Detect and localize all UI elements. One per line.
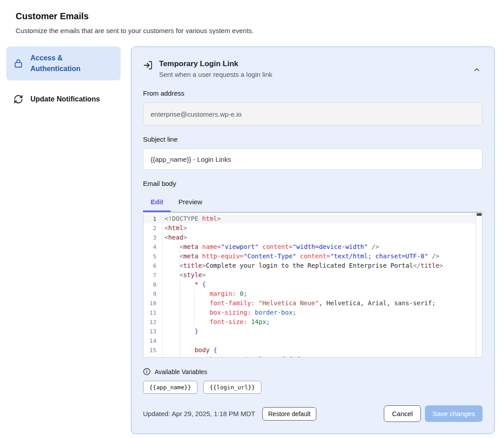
line-number: 16 xyxy=(143,355,163,358)
line-number: 4 xyxy=(143,242,163,252)
line-number: 3 xyxy=(143,233,163,242)
subject-line-input[interactable] xyxy=(143,148,483,170)
info-icon[interactable] xyxy=(143,368,151,375)
code-line: 2<html> xyxy=(143,223,482,233)
code-line-content: box-sizing: border-box; xyxy=(163,308,482,317)
code-line-content: <meta name="viewport" content="width=dev… xyxy=(163,242,482,252)
code-line-content: font-size: 14px; xyxy=(163,317,482,327)
editor-scrollbar[interactable] xyxy=(476,213,482,357)
line-number: 10 xyxy=(143,299,163,308)
page-subtitle: Customize the emails that are sent to yo… xyxy=(16,26,488,35)
email-body-label: Email body xyxy=(143,179,483,189)
chevron-up-icon xyxy=(473,68,481,75)
code-line-content: <html> xyxy=(163,223,482,233)
page-header: Customer Emails Customize the emails tha… xyxy=(16,10,488,35)
code-line: 11 box-sizing: border-box; xyxy=(143,308,482,317)
variable-chip[interactable]: {{login_url}} xyxy=(203,381,261,394)
line-number: 14 xyxy=(143,336,163,345)
from-address-input[interactable] xyxy=(143,102,483,126)
indent-guide xyxy=(194,308,195,317)
indent-guide xyxy=(194,355,195,358)
code-line-content: <meta http-equiv="Content-Type" content=… xyxy=(163,252,482,261)
code-line: 3<head> xyxy=(143,233,482,242)
save-changes-button[interactable]: Save changes xyxy=(425,405,483,422)
indent-guide xyxy=(180,336,180,345)
code-line-content xyxy=(163,336,482,345)
code-line-content: <head> xyxy=(163,233,482,242)
code-line-content: <style> xyxy=(163,270,482,280)
indent-guide xyxy=(180,252,180,261)
panel-subtitle: Sent when a user requests a login link xyxy=(159,70,465,80)
code-line: 7 <style> xyxy=(143,270,482,280)
code-line-content: <title>Complete your login to the Replic… xyxy=(163,261,482,270)
line-number: 8 xyxy=(143,280,163,289)
code-line: 5 <meta http-equiv="Content-Type" conten… xyxy=(143,252,482,261)
code-line: 6 <title>Complete your login to the Repl… xyxy=(143,261,482,270)
subject-line-label: Subject line xyxy=(143,135,483,144)
collapse-section-button[interactable] xyxy=(471,61,483,80)
line-number: 7 xyxy=(143,270,163,280)
previous-card-edge xyxy=(4,0,496,4)
email-settings-panel: Temporary Login Link Sent when a user re… xyxy=(131,46,495,434)
tab-edit[interactable]: Edit xyxy=(143,194,171,212)
code-line: 9 margin: 0; xyxy=(143,289,482,299)
code-line: 1<!DOCTYPE html> xyxy=(143,214,482,223)
code-line: 14 xyxy=(143,336,482,345)
code-line-content: * { xyxy=(163,280,482,289)
code-line: 10 font-family: "Helvetica Neue", Helvet… xyxy=(143,299,482,308)
sidebar-item-label: Update Notifications xyxy=(30,94,100,105)
code-editor[interactable]: 1<!DOCTYPE html>2<html>3<head>4 <meta na… xyxy=(143,212,483,358)
indent-guide xyxy=(180,261,180,270)
tab-preview[interactable]: Preview xyxy=(171,194,210,212)
code-lines: 1<!DOCTYPE html>2<html>3<head>4 <meta na… xyxy=(143,214,482,358)
code-line-content: margin: 0; xyxy=(163,289,482,299)
indent-guide xyxy=(194,289,195,299)
refresh-icon xyxy=(13,94,23,104)
indent-guide xyxy=(194,299,195,308)
panel-title: Temporary Login Link xyxy=(159,59,465,69)
line-number: 13 xyxy=(143,327,163,336)
page-title: Customer Emails xyxy=(16,10,488,22)
lock-icon xyxy=(13,59,23,68)
code-line: 16 background-color: #f9f9f9; xyxy=(143,355,482,358)
code-line-content: font-family: "Helvetica Neue", Helvetica… xyxy=(163,299,482,308)
login-icon xyxy=(143,60,153,80)
indent-guide xyxy=(180,345,180,355)
indent-guide xyxy=(194,317,195,327)
available-variables-row: Available Variables xyxy=(143,368,483,375)
line-number: 12 xyxy=(143,317,163,327)
indent-guide xyxy=(180,280,180,289)
code-line: 12 font-size: 14px; xyxy=(143,317,482,327)
editor-scrollbar-thumb[interactable] xyxy=(477,213,482,216)
restore-default-button[interactable]: Restore default xyxy=(262,407,316,421)
cancel-button[interactable]: Cancel xyxy=(384,405,421,422)
variable-chips: {{app_name}}{{login_url}} xyxy=(143,381,483,394)
code-line: 15 body { xyxy=(143,345,482,355)
main-layout: Access & AuthenticationUpdate Notificati… xyxy=(6,46,495,434)
available-variables-label: Available Variables xyxy=(155,368,207,375)
from-address-label: From address xyxy=(143,88,483,98)
sidebar-item-access-authentication[interactable]: Access & Authentication xyxy=(6,46,121,80)
line-number: 15 xyxy=(143,345,163,355)
indent-guide xyxy=(180,289,180,299)
panel-footer: Updated: Apr 29, 2025, 1:18 PM MDT Resto… xyxy=(143,405,483,422)
line-number: 11 xyxy=(143,308,163,317)
sidebar-item-label: Access & Authentication xyxy=(30,53,113,74)
code-line-content: } xyxy=(163,327,482,336)
line-number: 9 xyxy=(143,289,163,299)
indent-guide xyxy=(180,355,180,358)
line-number: 5 xyxy=(143,252,163,261)
indent-guide xyxy=(180,299,180,308)
code-line-content: background-color: #f9f9f9; xyxy=(163,355,482,358)
indent-guide xyxy=(180,270,180,280)
sidebar-item-update-notifications[interactable]: Update Notifications xyxy=(6,88,121,111)
indent-guide xyxy=(180,327,180,336)
updated-timestamp: Updated: Apr 29, 2025, 1:18 PM MDT xyxy=(143,410,255,417)
code-line-content: body { xyxy=(163,345,482,355)
customer-emails-page: Customer Emails Customize the emails tha… xyxy=(0,0,504,438)
panel-header-text: Temporary Login Link Sent when a user re… xyxy=(159,59,465,80)
code-line-content: <!DOCTYPE html> xyxy=(163,214,482,223)
indent-guide xyxy=(180,317,180,327)
code-line: 8 * { xyxy=(143,280,482,289)
variable-chip[interactable]: {{app_name}} xyxy=(143,381,197,394)
